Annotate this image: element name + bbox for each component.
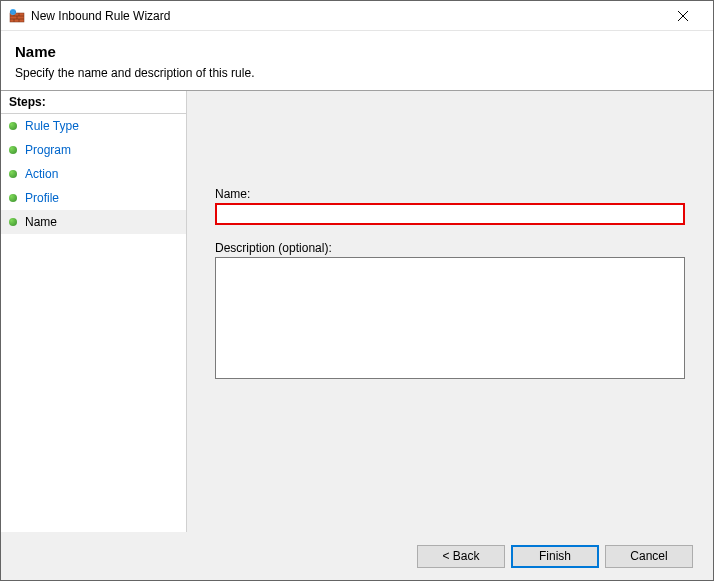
step-current-label: Name [25,215,57,229]
description-label: Description (optional): [215,241,685,255]
wizard-footer: < Back Finish Cancel [1,532,713,580]
step-bullet-icon [9,218,17,226]
window-title: New Inbound Rule Wizard [31,9,660,23]
name-input-highlight [215,203,685,225]
step-bullet-icon [9,170,17,178]
step-rule-type[interactable]: Rule Type [1,114,186,138]
page-heading: Name [15,43,699,60]
description-field-group: Description (optional): [215,241,685,382]
steps-sidebar: Steps: Rule Type Program Action Profile [1,91,187,532]
step-link[interactable]: Program [25,143,71,157]
close-button[interactable] [660,1,705,30]
step-action[interactable]: Action [1,162,186,186]
titlebar: New Inbound Rule Wizard [1,1,713,31]
page-subtitle: Specify the name and description of this… [15,66,699,80]
step-link[interactable]: Profile [25,191,59,205]
step-program[interactable]: Program [1,138,186,162]
finish-button[interactable]: Finish [511,545,599,568]
wizard-body: Steps: Rule Type Program Action Profile [1,90,713,532]
step-bullet-icon [9,194,17,202]
description-textarea[interactable] [215,257,685,379]
cancel-button[interactable]: Cancel [605,545,693,568]
wizard-window: New Inbound Rule Wizard Name Specify the… [0,0,714,581]
wizard-header: Name Specify the name and description of… [1,31,713,90]
step-bullet-icon [9,122,17,130]
name-field-group: Name: [215,187,685,225]
back-button[interactable]: < Back [417,545,505,568]
svg-point-9 [10,9,16,15]
steps-header: Steps: [1,91,186,114]
wizard-content: Name: Description (optional): [187,91,713,532]
step-profile[interactable]: Profile [1,186,186,210]
step-name[interactable]: Name [1,210,186,234]
step-link[interactable]: Action [25,167,58,181]
step-link[interactable]: Rule Type [25,119,79,133]
name-input[interactable] [217,205,683,223]
firewall-icon [9,8,25,24]
step-bullet-icon [9,146,17,154]
name-label: Name: [215,187,685,201]
